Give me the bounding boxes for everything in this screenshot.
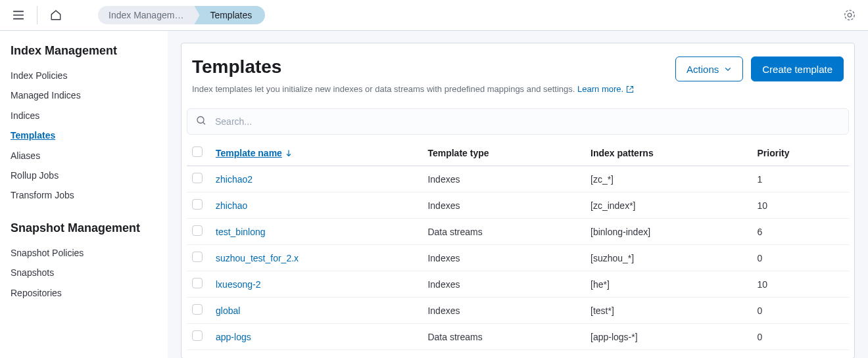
template-name-link[interactable]: test_binlong: [216, 227, 266, 237]
priority-cell: 0: [752, 324, 849, 350]
chevron-down-icon: [724, 65, 732, 73]
row-checkbox[interactable]: [192, 278, 203, 288]
table-row: zhichao2Indexes[zc_*]1: [187, 166, 849, 192]
template-name-link[interactable]: suzhou_test_for_2.x: [216, 253, 299, 263]
sidebar-item-transform-jobs[interactable]: Transform Jobs: [11, 185, 157, 205]
templates-panel: Templates Index templates let you initia…: [181, 43, 855, 358]
subtitle-text: Index templates let you initialize new i…: [192, 84, 577, 94]
template-name-link[interactable]: lxuesong-2: [216, 279, 261, 290]
table-row: zhichaoIndexes[zc_index*]10: [187, 192, 849, 219]
column-header-priority[interactable]: Priority: [752, 140, 849, 166]
sidebar-item-managed-indices[interactable]: Managed Indices: [11, 85, 157, 105]
table-row: globalIndexes[test*]0: [187, 298, 849, 324]
sidebar-item-templates[interactable]: Templates: [11, 125, 157, 145]
priority-cell: 6: [752, 219, 849, 245]
sort-desc-icon: [285, 149, 293, 157]
select-all-checkbox[interactable]: [192, 146, 203, 157]
priority-cell: 10: [752, 271, 849, 298]
main-content: Templates Index templates let you initia…: [168, 31, 868, 358]
template-type-cell: Indexes: [422, 271, 585, 298]
sidebar-group-title: Snapshot Management: [11, 221, 157, 235]
svg-point-2: [197, 117, 204, 123]
template-type-cell: Data streams: [422, 219, 585, 245]
lifebuoy-icon: [844, 9, 856, 21]
hamburger-icon: [12, 9, 24, 21]
row-checkbox[interactable]: [192, 199, 203, 210]
sidebar-item-repositories[interactable]: Repositories: [11, 283, 157, 303]
index-patterns-cell: [zc_index*]: [585, 192, 752, 219]
home-button[interactable]: [45, 5, 66, 26]
sidebar: Index Management Index Policies Managed …: [0, 31, 168, 358]
index-patterns-cell: [zc_*]: [585, 166, 752, 192]
index-patterns-cell: [he*]: [585, 271, 752, 298]
template-type-cell: Indexes: [422, 192, 585, 219]
top-bar: Index Managem… Templates: [0, 0, 868, 31]
home-icon: [50, 9, 62, 21]
create-template-button[interactable]: Create template: [751, 56, 844, 81]
search-input[interactable]: [187, 108, 849, 135]
template-type-cell: Indexes: [422, 245, 585, 271]
template-type-cell: Data streams: [422, 324, 585, 350]
priority-cell: 1: [752, 166, 849, 192]
row-checkbox[interactable]: [192, 225, 203, 236]
sidebar-item-index-policies[interactable]: Index Policies: [11, 66, 157, 85]
table-row: lxuesong-2Indexes[he*]10: [187, 271, 849, 298]
menu-toggle-button[interactable]: [8, 5, 29, 26]
page-title: Templates: [192, 56, 634, 78]
sidebar-item-indices[interactable]: Indices: [11, 106, 157, 125]
sidebar-group-title: Index Management: [11, 44, 157, 58]
external-link-icon: [626, 85, 634, 93]
row-checkbox[interactable]: [192, 330, 203, 341]
table-row: app-logsData streams[app-logs-*]0: [187, 324, 849, 350]
sidebar-group-snapshot-management: Snapshot Management Snapshot Policies Sn…: [11, 221, 157, 303]
page-subtitle: Index templates let you initialize new i…: [192, 84, 634, 94]
row-checkbox[interactable]: [192, 173, 203, 183]
learn-more-label: Learn more.: [577, 84, 623, 94]
row-checkbox[interactable]: [192, 304, 203, 315]
breadcrumb: Index Managem… Templates: [98, 6, 265, 24]
svg-point-0: [845, 11, 855, 20]
template-name-link[interactable]: global: [216, 305, 240, 316]
breadcrumb-item-templates[interactable]: Templates: [194, 6, 265, 24]
sidebar-item-snapshot-policies[interactable]: Snapshot Policies: [11, 243, 157, 263]
sidebar-item-snapshots[interactable]: Snapshots: [11, 263, 157, 282]
actions-label: Actions: [687, 64, 719, 75]
index-patterns-cell: [app-logs-*]: [585, 324, 752, 350]
row-checkbox[interactable]: [192, 252, 203, 262]
priority-cell: 0: [752, 245, 849, 271]
breadcrumb-item-index-management[interactable]: Index Managem…: [98, 6, 199, 24]
separator: [37, 6, 37, 24]
column-header-name-label: Template name: [216, 148, 282, 158]
template-name-link[interactable]: app-logs: [216, 332, 251, 342]
template-type-cell: Indexes: [422, 166, 585, 192]
priority-cell: 0: [752, 298, 849, 324]
learn-more-link[interactable]: Learn more.: [577, 84, 634, 94]
template-type-cell: Indexes: [422, 298, 585, 324]
search-wrapper: [187, 108, 849, 135]
column-header-patterns[interactable]: Index patterns: [585, 140, 752, 166]
table-row: test_binlongData streams[binlong-index]6: [187, 219, 849, 245]
template-name-link[interactable]: zhichao2: [216, 174, 253, 185]
sidebar-item-aliases[interactable]: Aliases: [11, 146, 157, 166]
search-icon: [196, 116, 206, 128]
index-patterns-cell: [binlong-index]: [585, 219, 752, 245]
template-name-link[interactable]: zhichao: [216, 200, 247, 211]
index-patterns-cell: [test*]: [585, 298, 752, 324]
table-row: suzhou_test_for_2.xIndexes[suzhou_*]0: [187, 245, 849, 271]
help-button[interactable]: [839, 5, 860, 26]
sidebar-group-index-management: Index Management Index Policies Managed …: [11, 44, 157, 206]
sidebar-item-rollup-jobs[interactable]: Rollup Jobs: [11, 166, 157, 185]
templates-table: Template name Template type Index patter…: [187, 140, 849, 350]
svg-point-1: [848, 13, 852, 17]
column-header-type[interactable]: Template type: [422, 140, 585, 166]
index-patterns-cell: [suzhou_*]: [585, 245, 752, 271]
column-header-name[interactable]: Template name: [210, 140, 422, 166]
actions-dropdown-button[interactable]: Actions: [675, 56, 743, 81]
priority-cell: 10: [752, 192, 849, 219]
